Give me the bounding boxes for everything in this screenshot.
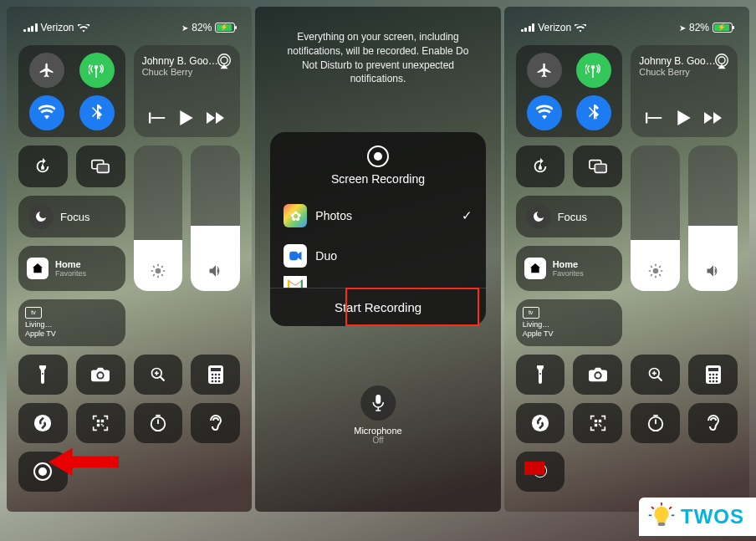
camera-button[interactable] bbox=[76, 355, 125, 395]
apple-tv-remote-button[interactable]: tv Living… Apple TV bbox=[516, 299, 623, 346]
destination-option-gmail[interactable]: Gmail bbox=[270, 276, 485, 288]
sun-icon bbox=[647, 263, 664, 283]
orientation-lock-toggle[interactable] bbox=[18, 145, 68, 187]
airplay-icon[interactable] bbox=[215, 52, 233, 70]
cellular-data-toggle[interactable] bbox=[79, 53, 115, 88]
home-title: Home bbox=[55, 259, 86, 269]
now-playing-card[interactable]: Johnny B. Goo… Chuck Berry bbox=[631, 45, 738, 137]
svg-point-69 bbox=[715, 377, 718, 380]
duo-app-icon bbox=[284, 244, 307, 268]
shazam-button[interactable] bbox=[516, 403, 565, 443]
svg-rect-77 bbox=[599, 424, 600, 426]
svg-rect-35 bbox=[103, 426, 105, 427]
ear-icon bbox=[706, 414, 721, 432]
moon-icon bbox=[526, 204, 551, 229]
wifi-toggle[interactable] bbox=[527, 95, 562, 130]
location-arrow-icon: ➤ bbox=[181, 23, 188, 33]
svg-line-59 bbox=[657, 377, 662, 381]
svg-point-24 bbox=[212, 377, 214, 380]
control-center-panel-right: Verizon ➤ 82% ⚡ Johnny B. Goo… Chuck Ber… bbox=[504, 7, 749, 512]
bluetooth-toggle[interactable] bbox=[79, 95, 115, 130]
option-label: Duo bbox=[315, 249, 337, 263]
svg-line-54 bbox=[651, 266, 652, 268]
svg-point-27 bbox=[212, 380, 214, 383]
photos-app-icon: ✿ bbox=[284, 204, 307, 227]
timer-icon bbox=[646, 414, 665, 432]
hearing-button[interactable] bbox=[688, 403, 738, 443]
destination-option-photos[interactable]: ✿ Photos ✓ bbox=[270, 196, 485, 236]
media-track-title: Johnny B. Goo… bbox=[142, 55, 226, 67]
bluetooth-toggle[interactable] bbox=[576, 95, 611, 130]
svg-point-66 bbox=[715, 374, 718, 376]
tv-logo-icon: tv bbox=[523, 307, 539, 319]
next-track-button[interactable] bbox=[207, 112, 225, 127]
calculator-button[interactable] bbox=[688, 355, 738, 395]
airplane-mode-toggle[interactable] bbox=[527, 53, 562, 88]
airplane-mode-toggle[interactable] bbox=[29, 53, 64, 88]
destination-option-duo[interactable]: Duo bbox=[270, 236, 485, 276]
microphone-toggle[interactable]: Microphone Off bbox=[354, 385, 401, 445]
check-icon: ✓ bbox=[462, 208, 472, 223]
camera-icon bbox=[589, 367, 607, 382]
annotation-arrow bbox=[49, 447, 119, 480]
svg-rect-20 bbox=[211, 368, 221, 371]
volume-slider[interactable] bbox=[688, 145, 738, 291]
svg-point-28 bbox=[215, 380, 217, 383]
timer-button[interactable] bbox=[134, 403, 183, 443]
hearing-button[interactable] bbox=[191, 403, 240, 443]
magnifier-button[interactable] bbox=[134, 355, 183, 395]
qr-scanner-button[interactable] bbox=[76, 403, 125, 443]
svg-point-29 bbox=[218, 380, 221, 383]
brightness-slider[interactable] bbox=[631, 145, 680, 291]
start-recording-button[interactable]: Start Recording bbox=[270, 288, 485, 326]
svg-point-44 bbox=[718, 57, 725, 64]
record-icon bbox=[367, 145, 389, 167]
svg-rect-33 bbox=[97, 424, 100, 426]
qr-icon bbox=[92, 415, 109, 431]
svg-rect-82 bbox=[658, 523, 666, 526]
cellular-data-toggle[interactable] bbox=[576, 53, 611, 88]
magnifier-button[interactable] bbox=[631, 355, 680, 395]
control-center-panel-left: Verizon ➤ 82% ⚡ bbox=[7, 7, 252, 512]
tv-line2: Apple TV bbox=[25, 329, 119, 339]
apple-tv-remote-button[interactable]: tv Living… Apple TV bbox=[18, 299, 125, 346]
qr-scanner-button[interactable] bbox=[573, 403, 622, 443]
focus-button[interactable]: Focus bbox=[516, 196, 623, 237]
svg-point-6 bbox=[156, 268, 161, 274]
timer-button[interactable] bbox=[631, 403, 680, 443]
focus-button[interactable]: Focus bbox=[18, 196, 125, 237]
svg-point-21 bbox=[212, 374, 214, 376]
play-button[interactable] bbox=[677, 110, 691, 129]
volume-slider[interactable] bbox=[191, 145, 240, 291]
orientation-lock-toggle[interactable] bbox=[516, 145, 565, 187]
svg-rect-5 bbox=[98, 164, 110, 172]
svg-line-13 bbox=[153, 274, 155, 276]
svg-line-11 bbox=[153, 266, 155, 268]
calculator-icon bbox=[706, 365, 721, 384]
play-button[interactable] bbox=[180, 110, 193, 129]
flashlight-button[interactable] bbox=[516, 355, 565, 395]
wifi-toggle[interactable] bbox=[29, 95, 64, 130]
home-icon bbox=[27, 258, 49, 279]
magnifier-icon bbox=[647, 366, 664, 383]
next-track-button[interactable] bbox=[704, 112, 723, 127]
tv-line2: Apple TV bbox=[523, 329, 616, 339]
previous-track-button[interactable] bbox=[646, 112, 664, 127]
shazam-button[interactable] bbox=[18, 403, 68, 443]
watermark-text: TWOS bbox=[681, 505, 744, 528]
home-title: Home bbox=[553, 259, 584, 269]
screen-mirroring-button[interactable] bbox=[76, 145, 125, 187]
previous-track-button[interactable] bbox=[149, 112, 167, 127]
brightness-slider[interactable] bbox=[134, 145, 183, 291]
airplay-icon[interactable] bbox=[713, 52, 731, 70]
calculator-button[interactable] bbox=[191, 355, 240, 395]
home-favorites-button[interactable]: HomeFavorites bbox=[516, 246, 623, 291]
watermark-logo: TWOS bbox=[639, 498, 756, 536]
flashlight-icon bbox=[534, 365, 547, 384]
camera-button[interactable] bbox=[573, 355, 622, 395]
now-playing-card[interactable]: Johnny B. Goo… Chuck Berry bbox=[134, 45, 241, 137]
screen-mirroring-button[interactable] bbox=[573, 145, 622, 187]
flashlight-button[interactable] bbox=[18, 355, 68, 395]
home-favorites-button[interactable]: Home Favorites bbox=[18, 246, 125, 291]
signal-strength-icon bbox=[521, 23, 535, 32]
